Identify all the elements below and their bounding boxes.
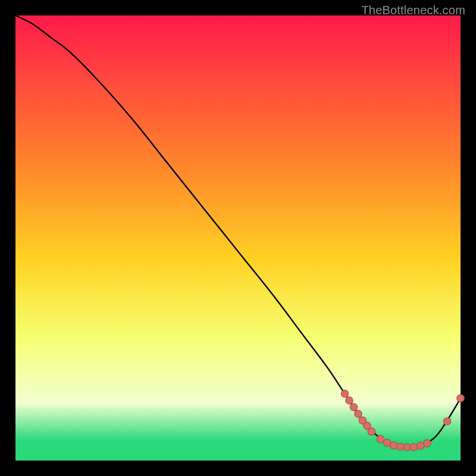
data-marker: [341, 390, 348, 397]
data-marker: [424, 440, 431, 447]
data-marker: [457, 394, 464, 402]
data-marker: [403, 443, 411, 450]
data-marker: [383, 439, 390, 446]
data-marker: [443, 418, 450, 425]
plot-area: [15, 15, 461, 461]
data-marker: [368, 428, 375, 435]
data-marker: [416, 442, 424, 449]
data-marker: [397, 443, 404, 450]
data-marker: [350, 403, 357, 411]
bottleneck-chart: [0, 0, 476, 476]
data-marker: [390, 441, 397, 449]
data-marker: [377, 436, 384, 443]
data-marker: [410, 443, 417, 450]
data-marker: [355, 410, 362, 417]
chart-root: TheBottleneck.com: [0, 0, 476, 476]
watermark-text: TheBottleneck.com: [361, 4, 465, 17]
data-marker: [346, 397, 353, 404]
